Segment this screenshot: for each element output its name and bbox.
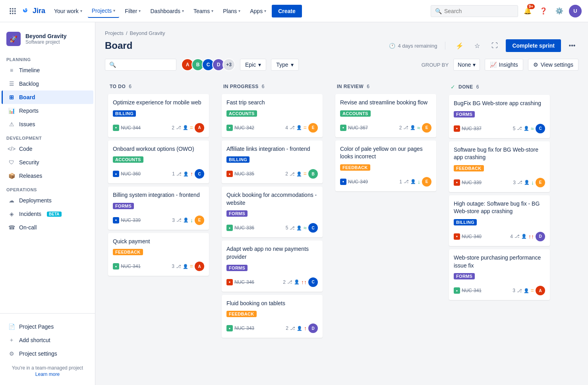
sidebar-item-code[interactable]: </> Code: [2, 142, 93, 156]
sidebar-item-issues[interactable]: ⚠ Issues: [2, 117, 93, 131]
sidebar-item-label-add-shortcut: Add shortcut: [19, 337, 50, 343]
nav-filter[interactable]: Filter ▾: [121, 5, 145, 17]
card[interactable]: Onboard workout options (OWO) ACCOUNTS ●…: [108, 141, 209, 184]
sidebar-item-security[interactable]: 🛡 Security: [2, 156, 93, 169]
member-icon: 👤: [521, 234, 527, 239]
card[interactable]: High outage: Software bug fix - BG Web-s…: [449, 195, 550, 246]
card[interactable]: Affiliate links integration - frontend B…: [222, 141, 323, 184]
search-input[interactable]: [444, 8, 514, 14]
priority-icon: ≈: [531, 125, 534, 132]
group-by-select[interactable]: None ▾: [453, 59, 480, 71]
breadcrumb-project-link[interactable]: Beyond Gravity: [130, 30, 165, 36]
nav-projects[interactable]: Projects ▾: [88, 4, 120, 18]
board-search-input[interactable]: [118, 62, 172, 68]
chevron-down-icon: ▾: [182, 9, 184, 13]
card[interactable]: BugFix BG Web-store app crashing FORMS ●…: [449, 95, 550, 138]
card[interactable]: Revise and streamline booking flow ACCOU…: [335, 94, 436, 137]
divider: [445, 42, 445, 50]
card-avatar: E: [308, 123, 318, 133]
star-button[interactable]: ☆: [471, 39, 484, 52]
card[interactable]: Optimize experience for mobile web BILLI…: [108, 94, 209, 137]
card-id-text: NUC-339: [462, 180, 482, 185]
sidebar-item-project-settings[interactable]: ⚙ Project settings: [2, 347, 93, 360]
card[interactable]: Adapt web app no new payments provider F…: [222, 241, 323, 291]
sidebar-item-project-pages[interactable]: 📄 Project Pages: [2, 320, 93, 333]
sidebar-item-reports[interactable]: 📊 Reports: [2, 104, 93, 117]
sidebar-item-deployments[interactable]: ☁ Deployments: [2, 194, 93, 207]
card[interactable]: Quick payment FEEDBACK ● NUC-341 3 ⎇ 👤 =…: [108, 233, 209, 276]
planning-section-label: PLANNING: [0, 52, 95, 64]
story-points: 5: [513, 126, 516, 131]
sidebar-item-oncall[interactable]: ☎ On-call: [2, 221, 93, 234]
story-points: 2: [285, 171, 288, 177]
view-settings-button[interactable]: ⚙ View settings: [528, 59, 578, 71]
learn-more-link[interactable]: Learn more: [6, 372, 89, 377]
column-count: 6: [476, 84, 479, 90]
project-info: Beyond Gravity Software project: [25, 33, 66, 45]
nav-plans[interactable]: Plans ▾: [219, 5, 244, 17]
board: TO DO 6 Optimize experience for mobile w…: [105, 79, 578, 346]
jira-logo[interactable]: Jira: [21, 6, 45, 16]
card-footer: ● NUC-349 1 ⎇ 👤 ↓ E: [340, 177, 431, 187]
insights-button[interactable]: 📈 Insights: [485, 59, 523, 71]
card[interactable]: Billing system integration - frontend FO…: [108, 187, 209, 230]
card[interactable]: Web-store purchasing performance issue f…: [449, 249, 550, 300]
card-label: BILLING: [454, 219, 477, 225]
sidebar-item-incidents[interactable]: ◈ Incidents BETA: [2, 207, 93, 221]
nav-dashboards[interactable]: Dashboards ▾: [146, 5, 188, 17]
card-label: FORMS: [454, 273, 475, 279]
chevron-down-icon: ▾: [473, 62, 476, 68]
complete-sprint-button[interactable]: Complete sprint: [506, 39, 561, 52]
card-footer: ● NUC-342 4 ⎇ 👤 = E: [226, 123, 318, 133]
sidebar-item-board[interactable]: ⊞ Board: [2, 90, 93, 104]
user-avatar[interactable]: U: [569, 5, 582, 17]
member-icon: 👤: [297, 326, 302, 331]
card-type-icon: ●: [113, 217, 119, 223]
sidebar-item-label-backlog: Backlog: [19, 81, 39, 87]
lightning-button[interactable]: ⚡: [453, 39, 466, 52]
create-button[interactable]: Create: [272, 5, 302, 17]
help-button[interactable]: ❓: [537, 5, 550, 17]
card[interactable]: Fast trip search ACCOUNTS ● NUC-342 4 ⎇ …: [222, 94, 323, 137]
card[interactable]: Fluid booking on tablets FEEDBACK ● NUC-…: [222, 295, 323, 338]
search-box[interactable]: 🔍: [431, 5, 518, 17]
member-icon: 👤: [524, 288, 529, 293]
card-type-icon: ●: [226, 171, 233, 177]
card-id-text: NUC-335: [234, 171, 254, 177]
card-avatar: C: [536, 124, 545, 133]
fullscreen-button[interactable]: ⛶: [488, 39, 501, 52]
notifications-button[interactable]: 🔔 9+: [521, 5, 534, 17]
card[interactable]: Quick booking for accommodations - websi…: [222, 187, 323, 237]
card-label: FEEDBACK: [454, 165, 484, 171]
sidebar-item-releases[interactable]: 📦 Releases: [2, 169, 93, 183]
subtask-icon: ⎇: [287, 279, 292, 285]
sidebar-item-timeline[interactable]: ≡ Timeline: [2, 64, 93, 77]
card[interactable]: Color of pale yellow on our pages looks …: [335, 141, 436, 191]
type-filter-button[interactable]: Type ▾: [271, 59, 298, 71]
breadcrumb-projects-link[interactable]: Projects: [105, 30, 124, 36]
card-title: Adapt web app no new payments provider: [226, 245, 318, 261]
more-options-button[interactable]: •••: [566, 39, 578, 52]
card-avatar: A: [195, 123, 204, 133]
card-title: Web-store purchasing performance issue f…: [454, 254, 545, 270]
nav-apps[interactable]: Apps ▾: [246, 5, 270, 17]
sidebar-item-add-shortcut[interactable]: ＋ Add shortcut: [2, 333, 93, 347]
sidebar-item-backlog[interactable]: ☰ Backlog: [2, 77, 93, 90]
nav-your-work[interactable]: Your work ▾: [50, 5, 86, 17]
beta-badge: BETA: [47, 212, 61, 217]
column-title: TO DO: [110, 84, 126, 89]
project-name: Beyond Gravity: [25, 33, 66, 39]
topnav-right-section: 🔍 🔔 9+ ❓ ⚙️ U: [431, 5, 582, 17]
board-search[interactable]: 🔍: [105, 59, 176, 71]
chevron-down-icon: ▾: [291, 62, 294, 68]
card-meta: 4 ⎇ 👤 ↑↑ D: [510, 232, 545, 241]
epic-filter-button[interactable]: Epic ▾: [240, 59, 266, 71]
more-members-badge[interactable]: +3: [222, 58, 235, 71]
settings-button[interactable]: ⚙️: [553, 5, 566, 17]
grid-menu-button[interactable]: [6, 5, 19, 17]
card-title: Optimize experience for mobile web: [113, 99, 204, 107]
sidebar-item-label-code: Code: [19, 146, 32, 152]
nav-teams[interactable]: Teams ▾: [190, 5, 217, 17]
story-points: 2: [172, 125, 174, 131]
card[interactable]: Software bug fix for BG Web-store app cr…: [449, 141, 550, 192]
